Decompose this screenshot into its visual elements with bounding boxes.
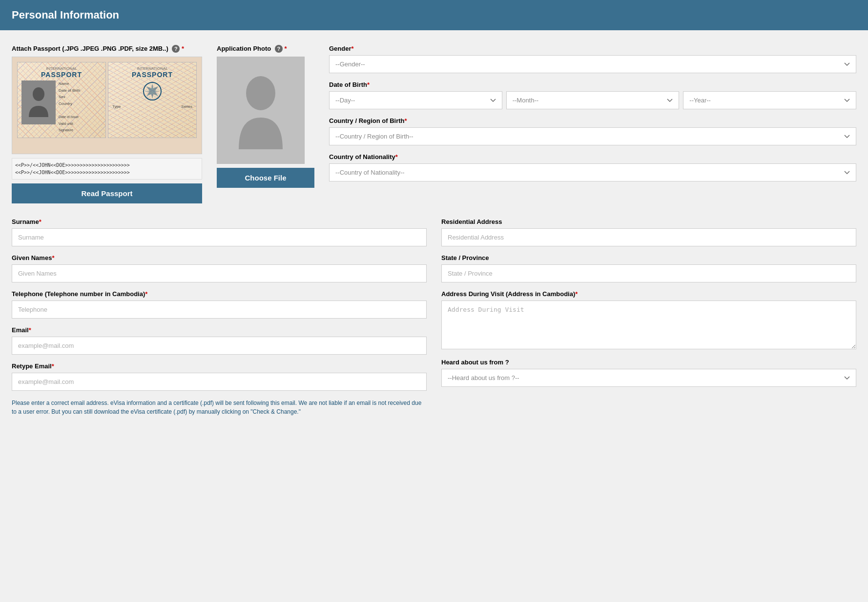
address-visit-textarea[interactable]: [441, 301, 856, 349]
country-nationality-select[interactable]: --Country of Nationality--: [329, 163, 856, 181]
right-form-col: Residential Address State / Province Add…: [441, 218, 856, 416]
left-form-col: Surname* Given Names* Telephone (Telepho…: [12, 218, 427, 416]
passport-intl-label-right: INTERNATIONAL: [112, 66, 192, 71]
passport-mrz: <<P>>/<<JOHN<<DOE>>>>>>>>>>>>>>>>>>>>>> …: [12, 158, 202, 180]
passport-info-left: NameDate of BirthSexCountry Date of Issu…: [59, 80, 80, 134]
residential-address-label: Residential Address: [441, 218, 856, 225]
choose-file-button[interactable]: Choose File: [217, 168, 314, 188]
state-province-group: State / Province: [441, 254, 856, 282]
svg-point-2: [246, 76, 275, 110]
passport-help-icon[interactable]: ?: [172, 45, 180, 53]
passport-emblem-icon: [143, 81, 162, 101]
retype-email-group: Retype Email*: [12, 362, 427, 391]
heard-about-label: Heard about us from ?: [441, 359, 856, 366]
passport-card-right: INTERNATIONAL PASSPORT TypeSeries: [108, 62, 197, 138]
dob-year-select[interactable]: --Year--: [683, 91, 856, 109]
email-note: Please enter a correct email address. eV…: [12, 399, 427, 416]
dob-group: Date of Birth* --Day-- --Month-- --Year-…: [329, 81, 856, 109]
retype-email-label: Retype Email*: [12, 362, 427, 370]
address-visit-group: Address During Visit (Address in Cambodi…: [441, 290, 856, 351]
surname-input[interactable]: [12, 228, 427, 246]
passport-intl-label-left: INTERNATIONAL: [21, 66, 102, 71]
page-title: Personal Information: [12, 9, 119, 21]
heard-about-group: Heard about us from ? --Heard about us f…: [441, 359, 856, 387]
email-input[interactable]: [12, 337, 427, 355]
right-top-fields: Gender* --Gender-- Male Female Other Dat…: [329, 45, 856, 203]
page-header: Personal Information: [0, 0, 868, 30]
telephone-input[interactable]: [12, 301, 427, 319]
passport-title-left: PASSPORT: [21, 71, 102, 79]
dob-day-select[interactable]: --Day--: [329, 91, 502, 109]
surname-group: Surname*: [12, 218, 427, 246]
main-form: Surname* Given Names* Telephone (Telepho…: [12, 218, 856, 416]
country-birth-group: Country / Region of Birth* --Country / R…: [329, 117, 856, 145]
passport-image-box: INTERNATIONAL PASSPORT NameDate of Birth…: [12, 57, 202, 154]
photo-help-icon[interactable]: ?: [275, 45, 283, 53]
surname-label: Surname*: [12, 218, 427, 225]
given-names-input[interactable]: [12, 264, 427, 282]
country-birth-select[interactable]: --Country / Region of Birth--: [329, 127, 856, 145]
passport-label: Attach Passport (.JPG .JPEG .PNG .PDF, s…: [12, 45, 202, 53]
country-nationality-label: Country of Nationality*: [329, 153, 856, 161]
residential-address-group: Residential Address: [441, 218, 856, 246]
telephone-group: Telephone (Telephone number in Cambodia)…: [12, 290, 427, 319]
passport-card-left: INTERNATIONAL PASSPORT NameDate of Birth…: [17, 62, 106, 138]
country-birth-label: Country / Region of Birth*: [329, 117, 856, 124]
passport-title-right: PASSPORT: [112, 71, 192, 79]
read-passport-button[interactable]: Read Passport: [12, 183, 202, 203]
country-nationality-group: Country of Nationality* --Country of Nat…: [329, 153, 856, 181]
passport-photo-left: [21, 80, 56, 124]
passport-type-series: TypeSeries: [112, 104, 192, 109]
email-group: Email*: [12, 326, 427, 355]
email-label: Email*: [12, 326, 427, 334]
gender-group: Gender* --Gender-- Male Female Other: [329, 45, 856, 73]
svg-point-0: [33, 87, 44, 101]
heard-about-select[interactable]: --Heard about us from ?--: [441, 369, 856, 387]
state-province-label: State / Province: [441, 254, 856, 261]
photo-placeholder: [217, 57, 305, 164]
photo-label: Application Photo ? *: [217, 45, 314, 53]
gender-label: Gender*: [329, 45, 856, 52]
gender-select[interactable]: --Gender-- Male Female Other: [329, 55, 856, 73]
dob-month-select[interactable]: --Month--: [506, 91, 680, 109]
dob-label: Date of Birth*: [329, 81, 856, 88]
given-names-group: Given Names*: [12, 254, 427, 282]
photo-upload-section: Application Photo ? * Choose File: [217, 45, 314, 203]
passport-upload-section: Attach Passport (.JPG .JPEG .PNG .PDF, s…: [12, 45, 202, 203]
given-names-label: Given Names*: [12, 254, 427, 261]
state-province-input[interactable]: [441, 264, 856, 282]
address-visit-label: Address During Visit (Address in Cambodi…: [441, 290, 856, 298]
retype-email-input[interactable]: [12, 373, 427, 391]
telephone-label: Telephone (Telephone number in Cambodia)…: [12, 290, 427, 298]
residential-address-input[interactable]: [441, 228, 856, 246]
